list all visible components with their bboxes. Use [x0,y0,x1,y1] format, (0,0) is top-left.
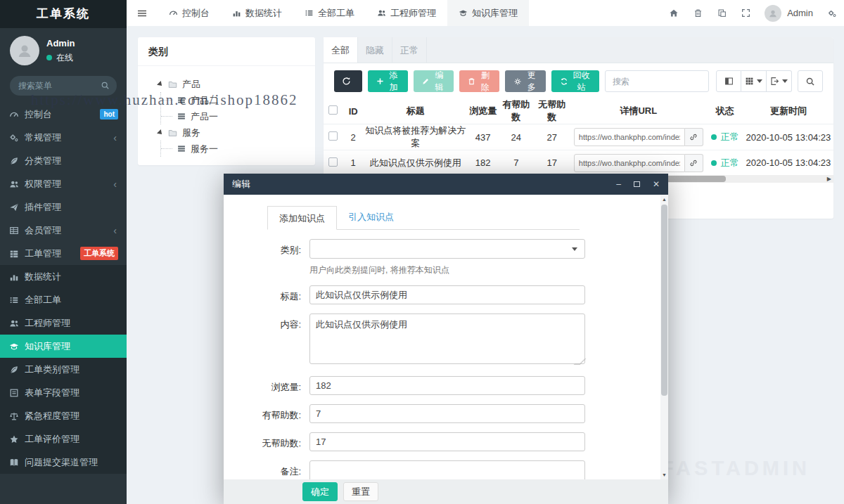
unhelpful-input[interactable] [309,432,585,451]
close-button[interactable]: ✕ [653,180,660,188]
minimize-button[interactable]: – [616,180,621,188]
list-icon [305,8,314,18]
scrollbar-thumb[interactable] [661,205,667,396]
sidebar-item-workorder[interactable]: 工单管理 工单系统 [0,242,127,265]
refresh-button[interactable] [334,70,362,92]
tab-normal[interactable]: 正常 [392,37,427,63]
home-button[interactable] [662,0,686,26]
tab-dashboard[interactable]: 控制台 [158,0,221,26]
sidebar-item-statistics[interactable]: 数据统计 [0,265,127,288]
sidebar-item-form-field[interactable]: 表单字段管理 [0,381,127,404]
row-checkbox[interactable] [328,157,338,167]
toggle-panel-button[interactable] [716,70,741,92]
detail-url-input[interactable] [574,128,685,146]
user-panel: Admin 在线 [0,28,127,72]
tab-all-orders[interactable]: 全部工单 [293,0,366,26]
sidebar-item-plugin[interactable]: 插件管理 [0,195,127,219]
open-link-button[interactable] [685,154,703,172]
edit-button[interactable]: 编辑 [414,70,454,92]
confirm-button[interactable]: 确定 [302,482,338,501]
category-hint: 用户向此类别提问时, 将推荐本知识点 [309,264,647,276]
tab-knowledge[interactable]: 知识库管理 [447,0,529,26]
detail-url-input[interactable] [574,154,685,172]
gears-icon [827,8,837,18]
book-icon [9,458,19,467]
trash-icon [468,77,475,85]
export-dropdown-button[interactable] [767,70,792,92]
content-textarea[interactable]: 此知识点仅供示例使用 [309,314,585,364]
tree-node-product2[interactable]: 产品二 [177,92,308,108]
maximize-button[interactable] [634,180,640,188]
views-input[interactable] [309,376,585,395]
more-button[interactable]: 更多 [505,70,546,92]
sidebar-item-order-category[interactable]: 工单类别管理 [0,358,127,381]
tree-caret-icon[interactable] [157,129,164,136]
settings-button[interactable] [820,0,844,26]
reset-button[interactable]: 重置 [343,482,378,501]
graduation-cap-icon [459,8,468,18]
th-list-icon [177,96,186,105]
tree-node-product[interactable]: 产品 [158,76,308,92]
user-menu[interactable]: Admin [757,5,820,22]
sidebar-item-engineer[interactable]: 工程师管理 [0,311,127,335]
fullscreen-button[interactable] [734,0,757,26]
users-icon [9,318,19,328]
search-button[interactable] [798,70,823,92]
scroll-right-arrow-icon[interactable]: ▶ [827,176,831,182]
dialog-tabs: 添加知识点 引入知识点 [267,205,580,230]
star-icon [9,434,19,444]
col-updated: 更新时间 [743,98,833,124]
sidebar-item-urgency[interactable]: 紧急程度管理 [0,404,127,427]
tab-import-knowledge[interactable]: 引入知识点 [337,205,405,229]
title-input[interactable] [309,285,585,304]
caret-down-icon [782,79,788,83]
sidebar-item-evaluation[interactable]: 工单评价管理 [0,427,127,451]
tab-add-knowledge[interactable]: 添加知识点 [267,206,337,230]
tree-caret-icon[interactable] [157,81,164,88]
tree-node-product1[interactable]: 产品一 [177,108,308,124]
sidebar-toggle-button[interactable] [127,0,158,26]
table-search-input[interactable] [605,70,709,92]
open-link-button[interactable] [685,128,703,146]
sidebar-submenu: 数据统计 全部工单 工程师管理 知识库管理 工单类别管理 表单字段管理 [0,265,127,474]
send-icon [9,202,19,212]
select-all-checkbox[interactable] [328,105,338,115]
sidebar-item-member[interactable]: 会员管理 ‹ [0,219,127,242]
scroll-down-arrow-icon[interactable]: ▼ [660,472,668,477]
helpful-label: 有帮助数: [238,404,301,423]
tab-hidden[interactable]: 隐藏 [358,37,392,63]
vertical-scrollbar[interactable]: ▲ ▼ [660,195,668,479]
tab-engineer[interactable]: 工程师管理 [366,0,447,26]
trash-button[interactable] [686,0,710,26]
edit-dialog: 编辑 – ✕ 添加知识点 引入知识点 类别: 用户向此类别提问时, 将推荐本知识… [224,174,668,504]
sidebar-item-general[interactable]: 常规管理 ‹ [0,126,127,149]
sidebar-item-dashboard[interactable]: 控制台 hot [0,103,127,126]
username: Admin [787,8,813,18]
tab-all[interactable]: 全部 [324,37,358,63]
sidebar-item-knowledge[interactable]: 知识库管理 [0,335,127,358]
dialog-footer: 确定 重置 [224,479,668,504]
add-button[interactable]: 添加 [368,70,408,92]
sidebar-item-category[interactable]: 分类管理 [0,149,127,172]
scroll-up-arrow-icon[interactable]: ▲ [660,197,668,202]
tree-node-service1[interactable]: 服务一 [177,141,308,157]
tab-statistics[interactable]: 数据统计 [221,0,293,26]
note-textarea[interactable] [309,460,585,479]
sidebar-item-all-orders[interactable]: 全部工单 [0,288,127,311]
row-checkbox[interactable] [328,131,338,141]
maximize-icon [634,181,640,187]
sidebar-item-channel[interactable]: 问题提交渠道管理 [0,451,127,474]
knowledge-table: ID 标题 浏览量 有帮助数 无帮助数 详情URL 状态 更新时间 2 知识点将… [324,98,833,176]
tree-node-service[interactable]: 服务 [158,124,308,141]
balance-icon [9,411,19,421]
dialog-titlebar[interactable]: 编辑 – ✕ [224,174,668,195]
category-select[interactable] [309,239,585,259]
helpful-input[interactable] [309,404,585,423]
paste-button[interactable] [710,0,734,26]
col-views: 浏览量 [468,98,499,124]
sidebar-item-permission[interactable]: 权限管理 ‹ [0,172,127,195]
recycle-bin-button[interactable]: 回收站 [551,70,599,92]
delete-button[interactable]: 删除 [459,70,499,92]
chevron-left-icon: ‹ [113,179,117,189]
columns-dropdown-button[interactable] [741,70,767,92]
